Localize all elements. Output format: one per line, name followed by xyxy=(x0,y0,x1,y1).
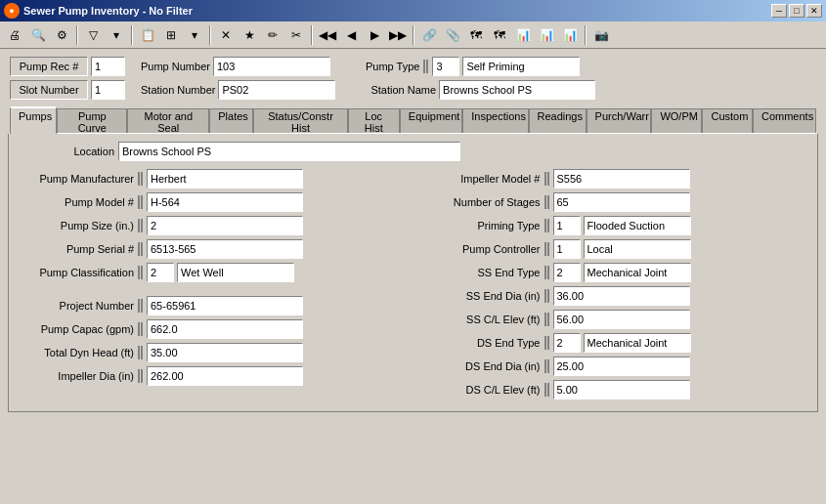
tab-status-constr[interactable]: Status/Constr Hist xyxy=(253,108,347,136)
dropdown2-button[interactable]: ▾ xyxy=(184,24,205,46)
priming-type-label: Priming Type xyxy=(423,220,541,231)
settings-button[interactable]: ⚙ xyxy=(51,24,72,46)
pump-class-num-input[interactable] xyxy=(147,263,174,282)
report1-button[interactable]: 📊 xyxy=(512,24,534,46)
attach-button[interactable]: 📎 xyxy=(442,24,463,46)
ss-end-dia-input[interactable] xyxy=(553,286,690,306)
pump-type-num-input[interactable] xyxy=(432,57,459,76)
pump-controller-row: Pump Controller xyxy=(423,239,810,259)
ss-end-dia-label: SS End Dia (in) xyxy=(423,290,541,302)
tab-custom[interactable]: Custom xyxy=(702,108,753,136)
extra-button[interactable]: 📷 xyxy=(590,24,612,46)
right-column: Impeller Model # Number of Stages Primin… xyxy=(423,169,810,403)
minimize-button[interactable]: ─ xyxy=(771,4,787,18)
pump-number-input[interactable] xyxy=(213,57,330,76)
nav-button[interactable]: 📋 xyxy=(137,24,158,46)
priming-type-value-input[interactable] xyxy=(584,216,691,235)
station-number-input[interactable] xyxy=(218,80,335,100)
filter-button[interactable]: ▽ xyxy=(82,24,104,46)
location-input[interactable] xyxy=(118,142,460,161)
pump-size-input[interactable] xyxy=(147,216,303,235)
ss-end-type-num-input[interactable] xyxy=(553,263,581,282)
pctrl-indicator xyxy=(544,239,549,259)
pump-size-label: Pump Size (in.) xyxy=(17,220,134,231)
delete-button[interactable]: ✕ xyxy=(215,24,237,46)
pump-rec-group: Pump Rec # xyxy=(10,57,125,76)
pump-serial-input[interactable] xyxy=(147,239,303,259)
sep5 xyxy=(413,25,414,45)
pump-controller-value-input[interactable] xyxy=(584,239,691,259)
ds-end-type-num-input[interactable] xyxy=(553,333,581,353)
map2-button[interactable]: 🗺 xyxy=(489,24,510,46)
pump-rec-label-btn[interactable]: Pump Rec # xyxy=(10,57,88,76)
close-button[interactable]: ✕ xyxy=(806,4,822,18)
impeller-dia-input[interactable] xyxy=(147,366,303,386)
print-preview-button[interactable]: 🔍 xyxy=(27,24,49,46)
first-button[interactable]: ◀◀ xyxy=(317,24,338,46)
app-icon: ● xyxy=(4,3,20,19)
maximize-button[interactable]: □ xyxy=(789,4,804,18)
slot-number-label-btn[interactable]: Slot Number xyxy=(10,80,88,100)
location-label: Location xyxy=(17,146,114,157)
tab-inspections[interactable]: Inspections xyxy=(462,108,528,136)
pump-type-group: Pump Type xyxy=(366,57,580,76)
total-dyn-head-label: Total Dyn Head (ft) xyxy=(17,347,134,358)
ds-end-dia-input[interactable] xyxy=(553,357,690,376)
pump-manufacturer-input[interactable] xyxy=(147,169,303,189)
last-button[interactable]: ▶▶ xyxy=(387,24,409,46)
tab-purch-warr[interactable]: Purch/Warr xyxy=(587,108,652,136)
grid-button[interactable]: ⊞ xyxy=(160,24,182,46)
tab-readings[interactable]: Readings xyxy=(529,108,587,136)
tab-pumps[interactable]: Pumps xyxy=(10,106,57,134)
num-stages-input[interactable] xyxy=(553,192,690,212)
station-name-input[interactable] xyxy=(439,80,595,100)
cut-button[interactable]: ✂ xyxy=(285,24,307,46)
report2-button[interactable]: 📊 xyxy=(536,24,557,46)
pump-class-value-input[interactable] xyxy=(177,263,294,282)
impeller-model-input[interactable] xyxy=(553,169,690,189)
report3-button[interactable]: 📊 xyxy=(559,24,581,46)
tab-pump-curve[interactable]: Pump Curve xyxy=(57,108,127,136)
pump-controller-num-input[interactable] xyxy=(553,239,581,259)
total-dyn-head-row: Total Dyn Head (ft) xyxy=(17,343,404,362)
form-section: Pump Manufacturer Pump Model # Pump Size… xyxy=(17,169,809,403)
pump-capac-label: Pump Capac (gpm) xyxy=(17,323,134,335)
new-button[interactable]: ★ xyxy=(239,24,260,46)
ds-end-type-value-input[interactable] xyxy=(584,333,691,353)
next-button[interactable]: ▶ xyxy=(364,24,385,46)
print-button[interactable]: 🖨 xyxy=(4,24,25,46)
pump-capac-row: Pump Capac (gpm) xyxy=(17,319,404,339)
ss-end-type-row: SS End Type xyxy=(423,263,810,282)
header-fields: Pump Rec # Pump Number Pump Type xyxy=(4,53,822,80)
tab-wo-pm[interactable]: WO/PM xyxy=(651,108,702,136)
edit-button[interactable]: ✏ xyxy=(262,24,283,46)
pump-type-value-input[interactable] xyxy=(462,57,580,76)
slot-number-input[interactable] xyxy=(91,80,125,100)
dsed-indicator xyxy=(544,357,549,376)
tab-motor-seal[interactable]: Motor and Seal xyxy=(127,108,209,136)
sep6 xyxy=(585,25,587,45)
num-stages-label: Number of Stages xyxy=(423,196,541,208)
tab-comments[interactable]: Comments xyxy=(753,108,816,136)
tab-panel-pumps: Location Pump Manufacturer Pump Model # xyxy=(8,133,818,412)
tab-equipment[interactable]: Equipment xyxy=(400,108,463,136)
total-dyn-head-input[interactable] xyxy=(147,343,303,362)
pump-rec-input[interactable] xyxy=(91,57,125,76)
map1-button[interactable]: 🗺 xyxy=(465,24,487,46)
sep1 xyxy=(76,25,78,45)
dropdown1-button[interactable]: ▾ xyxy=(106,24,127,46)
tab-loc-hist[interactable]: Loc Hist xyxy=(348,108,400,136)
ss-cl-elev-input[interactable] xyxy=(553,310,690,329)
priming-type-num-input[interactable] xyxy=(553,216,581,235)
tab-strip: Pumps Pump Curve Motor and Seal Plates S… xyxy=(4,105,822,133)
link-button[interactable]: 🔗 xyxy=(418,24,440,46)
prev-button[interactable]: ◀ xyxy=(340,24,362,46)
station-number-group: Station Number xyxy=(141,80,335,100)
toolbar: 🖨 🔍 ⚙ ▽ ▾ 📋 ⊞ ▾ ✕ ★ ✏ ✂ ◀◀ ◀ ▶ ▶▶ 🔗 📎 🗺 … xyxy=(0,21,826,49)
ss-end-type-value-input[interactable] xyxy=(584,263,691,282)
tab-plates[interactable]: Plates xyxy=(209,108,253,136)
pump-capac-input[interactable] xyxy=(147,319,303,339)
pump-model-input[interactable] xyxy=(147,192,303,212)
ds-cl-elev-input[interactable] xyxy=(553,380,690,399)
project-number-input[interactable] xyxy=(147,296,303,315)
